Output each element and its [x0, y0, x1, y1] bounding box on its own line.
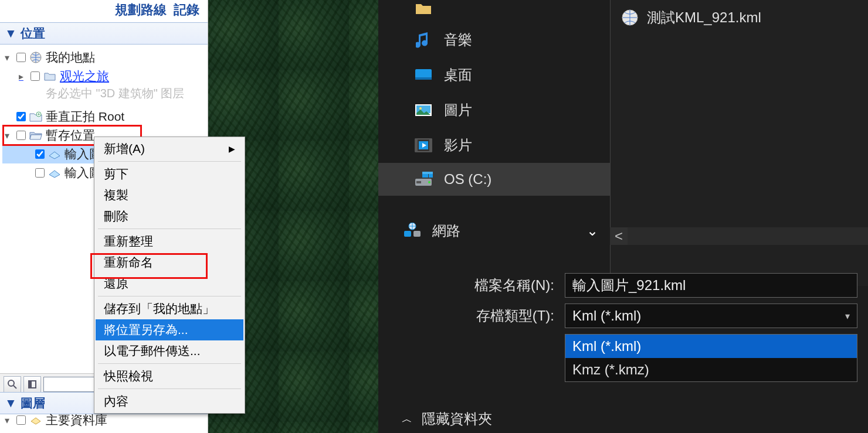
vertical-checkbox[interactable]	[16, 112, 26, 121]
menu-delete[interactable]: 刪除	[96, 206, 243, 227]
nav-videos-label: 影片	[444, 136, 472, 155]
menu-rename-label: 重新命名	[104, 254, 153, 271]
link-folder-icon	[29, 110, 42, 123]
menu-properties-label: 內容	[104, 393, 128, 410]
menu-save-as-label: 將位置另存為...	[104, 322, 188, 338]
filename-input[interactable]	[565, 273, 857, 298]
tour-checkbox[interactable]	[30, 71, 40, 81]
menu-snapshot[interactable]: 快照檢視	[96, 366, 243, 387]
svg-line-3	[13, 386, 16, 388]
nav-music[interactable]: 音樂	[378, 22, 610, 57]
my-places-row[interactable]: ▾ 我的地點	[2, 48, 208, 67]
svg-rect-5	[29, 381, 32, 388]
option-kml[interactable]: Kml (*.kml)	[565, 335, 857, 358]
menu-save-my-places[interactable]: 儲存到「我的地點」	[96, 298, 243, 319]
nav-videos[interactable]: 影片	[378, 128, 610, 163]
vertical-row[interactable]: 垂直正拍 Root	[2, 107, 208, 126]
expand-icon[interactable]: ▸	[19, 71, 27, 82]
nav-network[interactable]: 網路 ⌄	[378, 213, 610, 248]
nav-pictures-label: 圖片	[444, 101, 472, 120]
menu-cut[interactable]: 剪下	[96, 163, 243, 185]
svg-rect-13	[429, 139, 432, 152]
save-dialog: . 音樂 桌面 圖片 影片	[378, 0, 868, 433]
svg-rect-12	[415, 139, 418, 152]
folder-icon	[43, 70, 56, 83]
svg-rect-22	[413, 231, 421, 237]
svg-point-10	[419, 107, 422, 110]
places-header[interactable]: ▼ 位置	[0, 22, 208, 45]
file-item[interactable]: 測試KML_921.kml	[611, 0, 868, 35]
collapse-icon: ▼	[5, 26, 17, 40]
nav-os-c-label: OS (C:)	[444, 171, 491, 187]
chevron-down-icon[interactable]: ⌄	[586, 223, 598, 239]
filename-label: 檔案名稱(N):	[378, 276, 554, 295]
svg-rect-20	[422, 172, 433, 174]
filetype-row: 存檔類型(T): Kml (*.kml) ▾	[378, 304, 868, 328]
my-places-label: 我的地點	[46, 49, 95, 66]
menu-new[interactable]: 新增(A) ▶	[96, 138, 243, 159]
menu-snapshot-label: 快照檢視	[104, 368, 153, 384]
tour-label: 观光之旅	[60, 68, 109, 84]
submenu-arrow-icon: ▶	[229, 144, 235, 154]
places-header-label: 位置	[21, 25, 45, 42]
nav-pictures[interactable]: 圖片	[378, 93, 610, 128]
menu-delete-label: 刪除	[104, 208, 128, 224]
filetype-value: Kml (*.kml)	[572, 308, 641, 324]
scroll-left-button[interactable]: <	[610, 227, 628, 245]
menu-save-my-label: 儲存到「我的地點」	[104, 301, 215, 317]
search-button[interactable]	[4, 376, 21, 393]
menu-refresh[interactable]: 重新整理	[96, 231, 243, 252]
expand-icon[interactable]: ▾	[5, 52, 13, 63]
layers-root-checkbox[interactable]	[16, 415, 26, 425]
file-name: 測試KML_921.kml	[647, 8, 761, 27]
horizontal-scrollbar[interactable]: <	[610, 227, 868, 245]
network-icon	[403, 223, 422, 239]
music-icon	[413, 32, 433, 48]
svg-point-2	[8, 380, 14, 386]
input2-checkbox[interactable]	[35, 168, 45, 178]
temp-checkbox[interactable]	[16, 131, 26, 140]
nav-desktop-label: 桌面	[444, 66, 472, 84]
menu-new-label: 新增(A)	[104, 141, 145, 157]
nav-os-c[interactable]: OS (C:)	[378, 163, 610, 196]
videos-icon	[413, 137, 433, 154]
filetype-dropdown-options: Kml (*.kml) Kmz (*.kmz)	[565, 334, 857, 382]
nav-desktop[interactable]: 桌面	[378, 57, 610, 93]
input1-checkbox[interactable]	[35, 149, 45, 159]
filetype-combobox[interactable]: Kml (*.kml) ▾	[565, 304, 857, 328]
google-earth-panel: 規劃路線 記錄 ▼ 位置 ▾ 我的地點 ▸ 观光之旅	[0, 0, 378, 433]
svg-point-17	[428, 181, 430, 183]
chevron-down-icon: ▾	[845, 311, 850, 322]
tour-hint: 务必选中 "3D 建筑物" 图层	[2, 86, 208, 101]
vertical-label: 垂直正拍 Root	[46, 108, 124, 125]
menu-copy[interactable]: 複製	[96, 185, 243, 206]
menu-email[interactable]: 以電子郵件傳送...	[96, 340, 243, 362]
svg-rect-21	[404, 231, 411, 237]
route-link[interactable]: 規劃路線	[115, 1, 167, 19]
desktop-icon	[413, 67, 433, 83]
hide-folders-toggle[interactable]: ︿ 隱藏資料夾	[378, 410, 492, 428]
overlay-icon	[48, 148, 61, 161]
menu-copy-label: 複製	[104, 187, 128, 203]
expand-icon[interactable]: ▾	[5, 415, 13, 426]
nav-unknown-top[interactable]: .	[378, 0, 610, 22]
kml-file-icon	[621, 9, 639, 26]
menu-email-label: 以電子郵件傳送...	[104, 343, 201, 359]
expand-icon[interactable]: ▾	[5, 130, 13, 141]
menu-cut-label: 剪下	[104, 166, 128, 182]
pictures-icon	[413, 102, 433, 118]
menu-revert[interactable]: 還原	[96, 273, 243, 294]
my-places-checkbox[interactable]	[16, 53, 26, 62]
save-form: 檔案名稱(N): 存檔類型(T): Kml (*.kml) ▾	[378, 259, 868, 334]
drive-icon	[413, 171, 433, 187]
layers-root-label: 主要資料庫	[46, 412, 107, 428]
option-kmz[interactable]: Kmz (*.kmz)	[565, 358, 857, 381]
menu-save-place-as[interactable]: 將位置另存為...	[96, 319, 243, 340]
window-button[interactable]	[23, 376, 41, 393]
menu-properties[interactable]: 內容	[96, 391, 243, 412]
menu-rename[interactable]: 重新命名	[96, 252, 243, 273]
tour-row[interactable]: ▸ 观光之旅	[2, 67, 208, 86]
record-link[interactable]: 記錄	[174, 1, 199, 19]
svg-rect-16	[416, 181, 421, 183]
hide-folders-label: 隱藏資料夾	[422, 410, 492, 428]
